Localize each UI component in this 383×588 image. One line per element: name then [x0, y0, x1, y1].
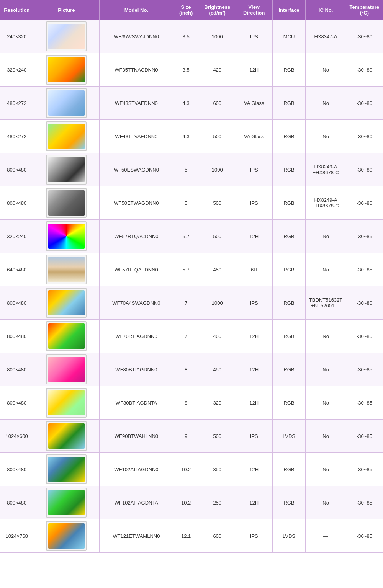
cell-interface: LVDS [272, 420, 305, 453]
cell-view-direction: 12H [236, 53, 272, 87]
cell-brightness: 250 [199, 486, 236, 519]
cell-temperature: -30~85 [346, 453, 383, 486]
cell-ic-number: No [306, 87, 346, 120]
cell-temperature: -30~85 [346, 253, 383, 286]
table-row: 1024×600WF90BTWAHLNN09500IPSLVDSNo-30~85 [0, 420, 383, 453]
cell-picture [33, 120, 100, 153]
cell-ic-number: No [306, 353, 346, 386]
cell-model: WF35WSWAJDNN0 [100, 20, 173, 53]
cell-ic-number: No [306, 320, 346, 353]
cell-interface: RGB [272, 153, 305, 186]
cell-view-direction: 12H [236, 386, 272, 420]
cell-interface: RGB [272, 320, 305, 353]
cell-resolution: 240×320 [0, 20, 33, 53]
cell-picture [33, 20, 100, 53]
cell-interface: RGB [272, 120, 305, 153]
cell-brightness: 600 [199, 519, 236, 553]
cell-brightness: 350 [199, 453, 236, 486]
cell-ic-number: No [306, 420, 346, 453]
cell-interface: RGB [272, 87, 305, 120]
cell-size: 10.2 [173, 453, 199, 486]
header-size: Size (inch) [173, 0, 199, 20]
cell-model: WF57RTQACDNN0 [100, 220, 173, 253]
cell-size: 10.2 [173, 486, 199, 519]
table-row: 320×240WF35TTNACDNN03.542012HRGBNo-30~80 [0, 53, 383, 87]
cell-ic-number: No [306, 253, 346, 286]
table-row: 480×272WF43STVAEDNN04.3600VA GlassRGBNo-… [0, 87, 383, 120]
cell-brightness: 1000 [199, 20, 236, 53]
cell-temperature: -30~85 [346, 353, 383, 386]
cell-ic-number: HX8249-A +HX8678-C [306, 186, 346, 220]
cell-temperature: -30~80 [346, 20, 383, 53]
cell-resolution: 1024×768 [0, 519, 33, 553]
cell-resolution: 800×480 [0, 186, 33, 220]
cell-model: WF50ETWAGDNN0 [100, 186, 173, 220]
cell-model: WF90BTWAHLNN0 [100, 420, 173, 453]
cell-size: 12.1 [173, 519, 199, 553]
cell-interface: RGB [272, 353, 305, 386]
cell-ic-number: — [306, 519, 346, 553]
table-row: 320×240WF57RTQACDNN05.750012HRGBNo-30~85 [0, 220, 383, 253]
table-row: 1024×768WF121ETWAMLNN012.1600IPSLVDS—-30… [0, 519, 383, 553]
header-temp: Temperature (°C) [346, 0, 383, 20]
cell-picture [33, 453, 100, 486]
cell-picture [33, 253, 100, 286]
cell-temperature: -30~85 [346, 519, 383, 553]
cell-ic-number: HX8347-A [306, 20, 346, 53]
cell-interface: RGB [272, 386, 305, 420]
cell-view-direction: IPS [236, 519, 272, 553]
cell-view-direction: VA Glass [236, 120, 272, 153]
cell-view-direction: 12H [236, 453, 272, 486]
cell-brightness: 1000 [199, 286, 236, 320]
cell-size: 4.3 [173, 87, 199, 120]
cell-picture [33, 186, 100, 220]
cell-size: 5 [173, 153, 199, 186]
cell-resolution: 320×240 [0, 53, 33, 87]
cell-ic-number: No [306, 486, 346, 519]
cell-brightness: 450 [199, 253, 236, 286]
header-ic: IC No. [306, 0, 346, 20]
table-row: 800×480WF102ATIAGDNTA10.225012HRGBNo-30~… [0, 486, 383, 519]
cell-model: WF50ESWAGDNN0 [100, 153, 173, 186]
cell-size: 5.7 [173, 253, 199, 286]
cell-resolution: 800×480 [0, 286, 33, 320]
cell-view-direction: IPS [236, 420, 272, 453]
cell-ic-number: No [306, 386, 346, 420]
cell-temperature: -30~80 [346, 120, 383, 153]
cell-picture [33, 486, 100, 519]
cell-brightness: 500 [199, 420, 236, 453]
cell-model: WF70RTIAGDNN0 [100, 320, 173, 353]
table-row: 640×480WF57RTQAFDNN05.74506HRGBNo-30~85 [0, 253, 383, 286]
cell-resolution: 480×272 [0, 120, 33, 153]
header-interface: Interface [272, 0, 305, 20]
cell-view-direction: 6H [236, 253, 272, 286]
cell-view-direction: IPS [236, 153, 272, 186]
cell-view-direction: IPS [236, 286, 272, 320]
cell-picture [33, 286, 100, 320]
cell-model: WF121ETWAMLNN0 [100, 519, 173, 553]
cell-interface: RGB [272, 453, 305, 486]
cell-picture [33, 386, 100, 420]
cell-picture [33, 53, 100, 87]
cell-resolution: 800×480 [0, 453, 33, 486]
cell-interface: RGB [272, 186, 305, 220]
cell-temperature: -30~85 [346, 220, 383, 253]
table-row: 800×480WF102ATIAGDNN010.235012HRGBNo-30~… [0, 453, 383, 486]
cell-size: 7 [173, 286, 199, 320]
cell-temperature: -30~80 [346, 286, 383, 320]
table-row: 240×320WF35WSWAJDNN03.51000IPSMCUHX8347-… [0, 20, 383, 53]
product-table: Resolution Picture Model No. Size (inch)… [0, 0, 383, 553]
cell-interface: RGB [272, 486, 305, 519]
cell-temperature: -30~80 [346, 186, 383, 220]
cell-resolution: 800×480 [0, 353, 33, 386]
header-resolution: Resolution [0, 0, 33, 20]
cell-ic-number: No [306, 453, 346, 486]
table-row: 480×272WF43TTVAEDNN04.3500VA GlassRGBNo-… [0, 120, 383, 153]
cell-view-direction: 12H [236, 486, 272, 519]
cell-picture [33, 519, 100, 553]
cell-resolution: 800×480 [0, 486, 33, 519]
cell-brightness: 420 [199, 53, 236, 87]
cell-model: WF57RTQAFDNN0 [100, 253, 173, 286]
cell-view-direction: 12H [236, 353, 272, 386]
cell-size: 4.3 [173, 120, 199, 153]
